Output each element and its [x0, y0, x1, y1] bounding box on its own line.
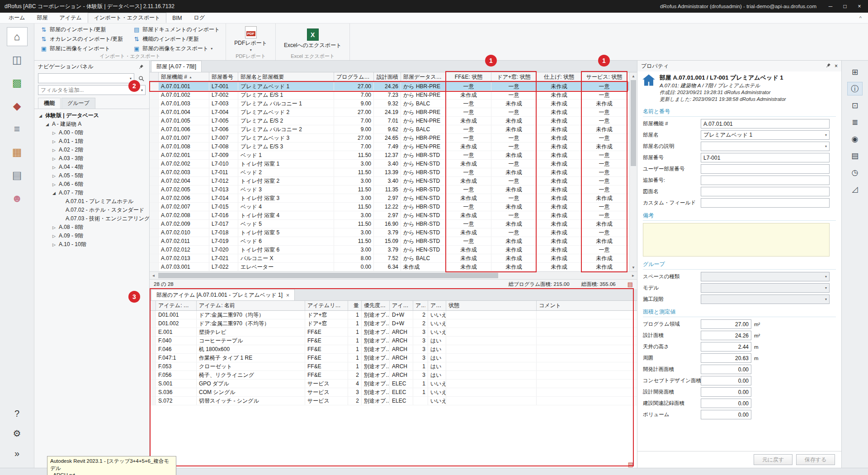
tree-node[interactable]: ▷A.05 - 5階: [35, 171, 148, 180]
scroll-up-icon[interactable]: ▲: [630, 72, 637, 80]
revert-button[interactable]: 元に戻す: [754, 454, 793, 465]
column-header[interactable]: アイテム: アイテム番号: [156, 301, 197, 310]
expand-icon[interactable]: »: [7, 445, 28, 461]
tree-node[interactable]: A.07.01 - プレミアムホテル: [35, 197, 148, 206]
ribbon-button[interactable]: ⇅部屋のインポート/更新: [39, 26, 124, 33]
property-select[interactable]: ▾: [701, 142, 830, 151]
ribbon-tab[interactable]: BIM: [166, 13, 188, 23]
property-input[interactable]: A.07.01.001: [701, 119, 830, 128]
item-row[interactable]: S.072切替スイッチ - シングルサービス2別途オブ...ELECいいえ: [150, 397, 637, 405]
room-row[interactable]: A.07.01.008L7-008プレミアム E/S 37.007.49から H…: [150, 142, 629, 151]
ribbon-tab[interactable]: インポート・エクスポート: [88, 13, 167, 23]
ribbon-button[interactable]: ▣部屋に画像をインポート: [39, 45, 124, 52]
room-items-tab[interactable]: 部屋のアイテム [A.07.01.001 - プレミアムベッド 1] ×: [151, 289, 295, 300]
item-row[interactable]: D01.001ドア:金属二重970（均等）ドア+窓1別途オブ...D+W2いいえ: [150, 311, 637, 319]
column-header[interactable]: FF&E: 状態: [446, 72, 491, 82]
help-icon[interactable]: ?: [7, 405, 28, 422]
systems-icon[interactable]: ◆: [7, 96, 28, 115]
pdf-report-button[interactable]: PDF PDFレポート ▾: [231, 25, 271, 53]
property-select[interactable]: プレミアムベッド 1▾: [701, 130, 830, 140]
room-row[interactable]: A.07.02.008L7-016トイレ付 浴室 43.002.97から HEN…: [150, 211, 629, 220]
close-icon[interactable]: ×: [853, 1, 866, 12]
item-row[interactable]: S.036COM シングルサービス3別途オブ...ELEC1いいえ: [150, 388, 637, 397]
column-header[interactable]: アイテム: 名前: [197, 301, 305, 310]
item-row[interactable]: F.053クローゼットFF&E1別途オブ...ARCH1はい: [150, 362, 637, 371]
column-header[interactable]: ドア+窓: 状態: [491, 72, 537, 82]
column-header[interactable]: アイテム...: [390, 301, 413, 310]
item-row[interactable]: F.047:1作業椅子 タイプ 1 REFF&E1別途オブ...ARCH3はい: [150, 354, 637, 362]
copy-icon[interactable]: ⊡: [847, 99, 863, 112]
rooms-icon[interactable]: ◫: [7, 50, 28, 69]
property-select[interactable]: ▾: [701, 283, 830, 293]
close-tab-icon[interactable]: ×: [286, 292, 289, 299]
column-header[interactable]: コメント: [537, 301, 636, 310]
scroll-down-icon[interactable]: ▼: [630, 264, 637, 271]
camera-icon[interactable]: ◉: [847, 132, 863, 146]
history-icon[interactable]: ◷: [847, 166, 863, 179]
item-row[interactable]: F.040コーヒーテーブルFF&E1別途オブ...ARCH3はい: [150, 337, 637, 345]
users-icon[interactable]: ☻: [7, 189, 28, 208]
tree-node[interactable]: ▷A.04 - 4階: [35, 163, 148, 171]
item-row[interactable]: S.001GPO ダブルサービス4別途オブ...ELEC1いいえ: [150, 380, 637, 388]
column-header[interactable]: サービス: 状態: [582, 72, 627, 82]
tree-node[interactable]: ▷A.01 - 1階: [35, 137, 148, 146]
document-icon[interactable]: ▤: [847, 149, 863, 162]
column-header[interactable]: 仕上げ: 状態: [537, 72, 582, 82]
tree-node[interactable]: ▷A.02 - 2階: [35, 146, 148, 154]
room-row[interactable]: A.07.01.007L7-007プレミアムベッド 327.0024.65から …: [150, 134, 629, 142]
room-row[interactable]: A.07.02.012L7-020トイレ付 浴室 63.003.79から HEN…: [150, 246, 629, 254]
maximize-icon[interactable]: □: [838, 1, 852, 12]
ribbon-tab[interactable]: ログ: [188, 13, 211, 23]
column-header[interactable]: 部屋番号: [209, 72, 238, 82]
column-header[interactable]: アイテ...: [413, 301, 428, 310]
room-row[interactable]: A.07.01.004L7-004プレミアムベッド 227.0024.19から …: [150, 108, 629, 117]
room-row[interactable]: A.07.02.013L7-021バルコニー X8.007.52から BALC未…: [150, 254, 629, 263]
property-input[interactable]: 27.00: [701, 319, 751, 329]
property-input[interactable]: 24.26: [701, 331, 751, 340]
ribbon-tab[interactable]: アイテム: [54, 13, 88, 23]
room-row[interactable]: A.07.03.001L7-022エレベーター0.006.34未作成未作成未作成…: [150, 263, 629, 271]
room-row[interactable]: A.07.02.002L7-010トイレ付 浴室 13.003.40から HEN…: [150, 160, 629, 168]
nav-tab-active[interactable]: 機能: [38, 98, 61, 109]
search-input[interactable]: ▾: [38, 73, 134, 83]
room-row[interactable]: A.07.01.002L7-002プレミアム E/S 17.007.23から H…: [150, 91, 629, 100]
column-header[interactable]: アイテ...: [428, 301, 446, 310]
room-row[interactable]: A.07.02.003L7-011ベッド 211.5013.39から HBR-S…: [150, 168, 629, 177]
ribbon-tab[interactable]: ホーム: [3, 13, 31, 23]
pin-icon[interactable]: [137, 62, 146, 71]
ribbon-button[interactable]: ▤部屋ドキュメントのインポート: [132, 26, 221, 33]
item-row[interactable]: D01.002ドア:金属二重970（不均等）ドア+窓1別途オブ...D+W2いい…: [150, 319, 637, 328]
settings-icon[interactable]: ⚙: [7, 425, 28, 442]
info-icon[interactable]: ⓘ: [847, 82, 863, 95]
layout-grid-icon[interactable]: ⊞: [847, 65, 863, 79]
ribbon-button[interactable]: ⇅機能のインポート/更新: [132, 35, 221, 43]
report-icon[interactable]: ▤: [627, 281, 633, 288]
room-row[interactable]: A.07.01.003L7-003プレミアム バルコニー 19.009.32から…: [150, 100, 629, 108]
room-row[interactable]: A.07.02.010L7-018トイレ付 浴室 53.003.79から HEN…: [150, 228, 629, 237]
layers-icon[interactable]: ≣: [847, 115, 863, 129]
close-icon[interactable]: ×: [835, 63, 838, 69]
home-icon[interactable]: ⌂: [7, 27, 28, 46]
room-row[interactable]: A.07.01.006L7-006プレミアム バルコニー 29.009.62から…: [150, 125, 629, 134]
property-input[interactable]: 0.00: [701, 376, 751, 385]
scrollbar-thumb[interactable]: [631, 80, 636, 166]
checklists-icon[interactable]: ≡: [7, 119, 28, 138]
measure-icon[interactable]: ◿: [847, 182, 863, 196]
tree-node[interactable]: ▷A.03 - 3階: [35, 154, 148, 163]
room-row[interactable]: A.07.01.001L7-001プレミアムベッド 127.0024.26から …: [150, 82, 629, 91]
excel-export-button[interactable]: X Excelへのエクスポート: [280, 28, 345, 50]
ribbon-tab[interactable]: 部屋: [31, 13, 54, 23]
pin-icon[interactable]: [826, 63, 831, 69]
collapse-ribbon-icon[interactable]: ^: [853, 13, 868, 23]
horizontal-scrollbar[interactable]: ◄ ►: [150, 271, 637, 279]
column-header[interactable]: プログラム領域: [334, 72, 374, 82]
property-input[interactable]: 0.00: [701, 387, 751, 397]
scrollbar-thumb[interactable]: [158, 273, 498, 278]
room-row[interactable]: A.07.02.011L7-019ベッド 611.5015.09から HBR-S…: [150, 237, 629, 246]
items-icon[interactable]: ▩: [7, 73, 28, 92]
column-header[interactable]: 部屋機能 #▲: [159, 72, 209, 82]
room-row[interactable]: A.07.02.001L7-009ベッド 111.5012.37から HBR-S…: [150, 151, 629, 160]
save-button[interactable]: 保存する: [796, 454, 835, 465]
column-header[interactable]: 設計面積: [374, 72, 401, 82]
minimize-icon[interactable]: ─: [824, 1, 837, 12]
